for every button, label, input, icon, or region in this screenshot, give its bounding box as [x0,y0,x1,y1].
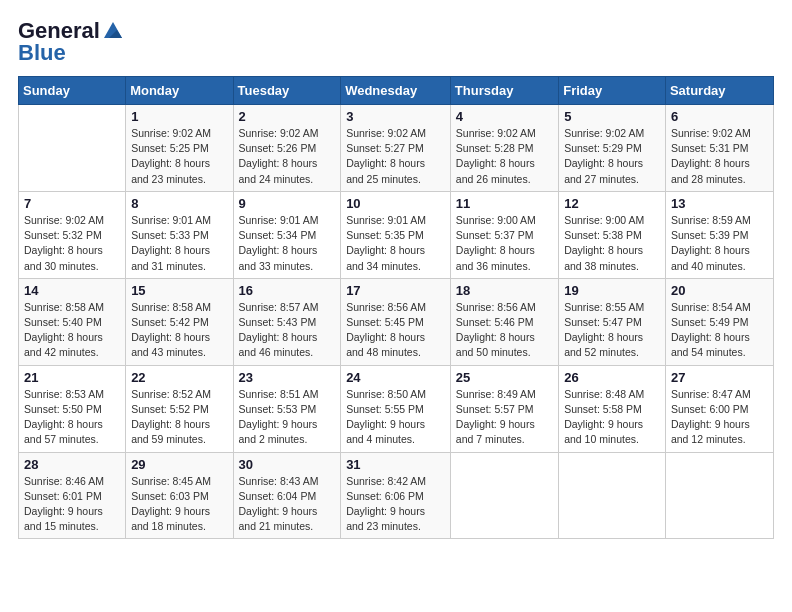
calendar-cell: 18Sunrise: 8:56 AM Sunset: 5:46 PM Dayli… [450,278,558,365]
calendar-cell: 25Sunrise: 8:49 AM Sunset: 5:57 PM Dayli… [450,365,558,452]
day-number: 5 [564,109,660,124]
day-of-week-header: Wednesday [341,77,451,105]
day-info: Sunrise: 9:00 AM Sunset: 5:37 PM Dayligh… [456,213,553,274]
day-info: Sunrise: 8:54 AM Sunset: 5:49 PM Dayligh… [671,300,768,361]
page: General Blue SundayMondayTuesdayWednesda… [0,0,792,612]
day-number: 13 [671,196,768,211]
day-number: 29 [131,457,227,472]
day-info: Sunrise: 8:53 AM Sunset: 5:50 PM Dayligh… [24,387,120,448]
calendar-cell: 6Sunrise: 9:02 AM Sunset: 5:31 PM Daylig… [665,105,773,192]
calendar-cell: 30Sunrise: 8:43 AM Sunset: 6:04 PM Dayli… [233,452,341,539]
day-number: 1 [131,109,227,124]
calendar-cell: 28Sunrise: 8:46 AM Sunset: 6:01 PM Dayli… [19,452,126,539]
day-info: Sunrise: 9:02 AM Sunset: 5:25 PM Dayligh… [131,126,227,187]
day-number: 19 [564,283,660,298]
day-of-week-header: Saturday [665,77,773,105]
calendar-cell: 19Sunrise: 8:55 AM Sunset: 5:47 PM Dayli… [559,278,666,365]
calendar-cell: 10Sunrise: 9:01 AM Sunset: 5:35 PM Dayli… [341,191,451,278]
calendar-cell: 29Sunrise: 8:45 AM Sunset: 6:03 PM Dayli… [126,452,233,539]
day-number: 23 [239,370,336,385]
day-number: 3 [346,109,445,124]
calendar-cell: 31Sunrise: 8:42 AM Sunset: 6:06 PM Dayli… [341,452,451,539]
day-number: 31 [346,457,445,472]
calendar-cell: 7Sunrise: 9:02 AM Sunset: 5:32 PM Daylig… [19,191,126,278]
day-info: Sunrise: 8:43 AM Sunset: 6:04 PM Dayligh… [239,474,336,535]
day-info: Sunrise: 9:02 AM Sunset: 5:29 PM Dayligh… [564,126,660,187]
day-number: 6 [671,109,768,124]
day-number: 8 [131,196,227,211]
day-info: Sunrise: 8:48 AM Sunset: 5:58 PM Dayligh… [564,387,660,448]
calendar-week-row: 7Sunrise: 9:02 AM Sunset: 5:32 PM Daylig… [19,191,774,278]
day-info: Sunrise: 8:59 AM Sunset: 5:39 PM Dayligh… [671,213,768,274]
calendar-cell: 24Sunrise: 8:50 AM Sunset: 5:55 PM Dayli… [341,365,451,452]
calendar-cell: 27Sunrise: 8:47 AM Sunset: 6:00 PM Dayli… [665,365,773,452]
day-info: Sunrise: 8:56 AM Sunset: 5:45 PM Dayligh… [346,300,445,361]
calendar-header-row: SundayMondayTuesdayWednesdayThursdayFrid… [19,77,774,105]
calendar-cell: 8Sunrise: 9:01 AM Sunset: 5:33 PM Daylig… [126,191,233,278]
day-info: Sunrise: 8:58 AM Sunset: 5:42 PM Dayligh… [131,300,227,361]
day-info: Sunrise: 8:42 AM Sunset: 6:06 PM Dayligh… [346,474,445,535]
day-info: Sunrise: 8:47 AM Sunset: 6:00 PM Dayligh… [671,387,768,448]
day-number: 30 [239,457,336,472]
calendar-cell: 15Sunrise: 8:58 AM Sunset: 5:42 PM Dayli… [126,278,233,365]
calendar-week-row: 28Sunrise: 8:46 AM Sunset: 6:01 PM Dayli… [19,452,774,539]
day-number: 25 [456,370,553,385]
day-number: 18 [456,283,553,298]
calendar-cell: 4Sunrise: 9:02 AM Sunset: 5:28 PM Daylig… [450,105,558,192]
day-of-week-header: Thursday [450,77,558,105]
day-number: 4 [456,109,553,124]
day-number: 9 [239,196,336,211]
day-number: 12 [564,196,660,211]
day-number: 2 [239,109,336,124]
logo: General Blue [18,18,124,66]
logo-icon [102,20,124,42]
header: General Blue [18,18,774,66]
calendar-cell: 22Sunrise: 8:52 AM Sunset: 5:52 PM Dayli… [126,365,233,452]
calendar-cell: 17Sunrise: 8:56 AM Sunset: 5:45 PM Dayli… [341,278,451,365]
day-info: Sunrise: 9:02 AM Sunset: 5:32 PM Dayligh… [24,213,120,274]
day-info: Sunrise: 9:02 AM Sunset: 5:26 PM Dayligh… [239,126,336,187]
calendar-cell: 3Sunrise: 9:02 AM Sunset: 5:27 PM Daylig… [341,105,451,192]
day-number: 15 [131,283,227,298]
day-info: Sunrise: 9:01 AM Sunset: 5:35 PM Dayligh… [346,213,445,274]
day-number: 26 [564,370,660,385]
day-of-week-header: Friday [559,77,666,105]
calendar-cell: 11Sunrise: 9:00 AM Sunset: 5:37 PM Dayli… [450,191,558,278]
day-number: 10 [346,196,445,211]
calendar-cell: 2Sunrise: 9:02 AM Sunset: 5:26 PM Daylig… [233,105,341,192]
day-info: Sunrise: 8:57 AM Sunset: 5:43 PM Dayligh… [239,300,336,361]
day-info: Sunrise: 9:02 AM Sunset: 5:28 PM Dayligh… [456,126,553,187]
calendar-cell [450,452,558,539]
day-info: Sunrise: 8:50 AM Sunset: 5:55 PM Dayligh… [346,387,445,448]
day-info: Sunrise: 8:46 AM Sunset: 6:01 PM Dayligh… [24,474,120,535]
day-of-week-header: Sunday [19,77,126,105]
calendar-cell: 1Sunrise: 9:02 AM Sunset: 5:25 PM Daylig… [126,105,233,192]
day-number: 11 [456,196,553,211]
day-info: Sunrise: 8:56 AM Sunset: 5:46 PM Dayligh… [456,300,553,361]
day-info: Sunrise: 8:45 AM Sunset: 6:03 PM Dayligh… [131,474,227,535]
day-info: Sunrise: 9:00 AM Sunset: 5:38 PM Dayligh… [564,213,660,274]
calendar-table: SundayMondayTuesdayWednesdayThursdayFrid… [18,76,774,539]
day-number: 17 [346,283,445,298]
calendar-cell [19,105,126,192]
calendar-cell: 16Sunrise: 8:57 AM Sunset: 5:43 PM Dayli… [233,278,341,365]
day-number: 27 [671,370,768,385]
day-info: Sunrise: 9:02 AM Sunset: 5:27 PM Dayligh… [346,126,445,187]
calendar-cell [559,452,666,539]
day-of-week-header: Monday [126,77,233,105]
day-number: 21 [24,370,120,385]
day-info: Sunrise: 8:51 AM Sunset: 5:53 PM Dayligh… [239,387,336,448]
calendar-cell: 21Sunrise: 8:53 AM Sunset: 5:50 PM Dayli… [19,365,126,452]
day-info: Sunrise: 8:58 AM Sunset: 5:40 PM Dayligh… [24,300,120,361]
day-info: Sunrise: 8:55 AM Sunset: 5:47 PM Dayligh… [564,300,660,361]
calendar-cell: 12Sunrise: 9:00 AM Sunset: 5:38 PM Dayli… [559,191,666,278]
day-number: 7 [24,196,120,211]
day-number: 22 [131,370,227,385]
calendar-cell: 26Sunrise: 8:48 AM Sunset: 5:58 PM Dayli… [559,365,666,452]
day-info: Sunrise: 9:01 AM Sunset: 5:34 PM Dayligh… [239,213,336,274]
calendar-cell [665,452,773,539]
calendar-cell: 9Sunrise: 9:01 AM Sunset: 5:34 PM Daylig… [233,191,341,278]
calendar-cell: 14Sunrise: 8:58 AM Sunset: 5:40 PM Dayli… [19,278,126,365]
day-number: 16 [239,283,336,298]
day-info: Sunrise: 9:02 AM Sunset: 5:31 PM Dayligh… [671,126,768,187]
